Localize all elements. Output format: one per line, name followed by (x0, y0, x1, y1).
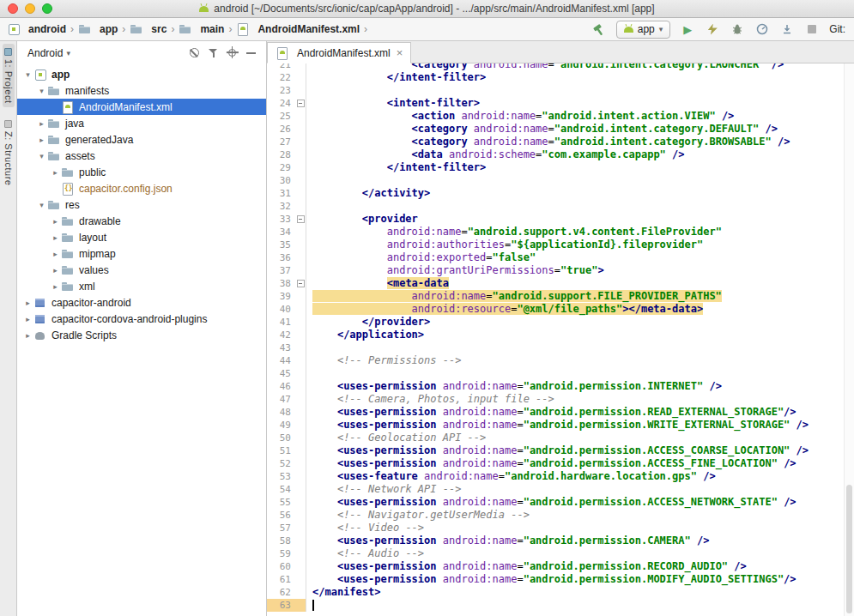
tree-item-gradle-scripts[interactable]: ▸Gradle Scripts (17, 327, 266, 343)
tree-item-manifests[interactable]: ▾manifests (17, 82, 266, 99)
line-number[interactable]: 22 (267, 71, 295, 84)
locate-file-icon[interactable] (186, 45, 203, 61)
code-line-60[interactable]: 60 <uses-permission android:name="androi… (267, 560, 844, 573)
line-number[interactable]: 36 (267, 251, 295, 264)
line-number[interactable]: 40 (267, 303, 295, 316)
chevron-right-icon[interactable]: ▸ (50, 168, 61, 177)
line-number[interactable]: 47 (267, 393, 295, 406)
tab-androidmanifest[interactable]: AndroidManifest.xml × (267, 42, 411, 63)
breadcrumb-androidmanifest[interactable]: AndroidManifest.xml (234, 21, 361, 37)
code-line-28[interactable]: 28 <data android:scheme="com.example.cap… (267, 148, 844, 161)
code-editor[interactable]: 21 <category android:name="android.inten… (267, 63, 844, 616)
tree-item-capacitor-config-json[interactable]: capacitor.config.json (17, 180, 266, 196)
chevron-right-icon[interactable]: ▸ (50, 233, 61, 242)
line-number[interactable]: 39 (267, 290, 295, 303)
line-number[interactable]: 62 (267, 586, 295, 599)
line-number[interactable]: 52 (267, 457, 295, 470)
filter-icon[interactable] (205, 45, 221, 61)
code-line-37[interactable]: 37 android:grantUriPermissions="true"> (267, 264, 844, 277)
chevron-right-icon[interactable]: ▸ (22, 331, 33, 340)
code-line-51[interactable]: 51 <uses-permission android:name="androi… (267, 444, 844, 457)
line-number[interactable]: 37 (267, 264, 295, 277)
code-line-24[interactable]: 24 <intent-filter> (267, 97, 844, 110)
code-line-30[interactable]: 30 (267, 174, 844, 187)
code-line-26[interactable]: 26 <category android:name="android.inten… (267, 123, 844, 136)
tree-item-capacitor-cordova-android-plugins[interactable]: ▸capacitor-cordova-android-plugins (17, 311, 266, 327)
code-line-34[interactable]: 34 android:name="android.support.v4.cont… (267, 226, 844, 239)
chevron-down-icon[interactable]: ▾ (36, 201, 47, 209)
chevron-right-icon[interactable]: ▸ (36, 119, 47, 128)
chevron-down-icon[interactable]: ▾ (36, 152, 47, 160)
tree-item-layout[interactable]: ▸layout (17, 229, 266, 245)
code-line-36[interactable]: 36 android:exported="false" (267, 251, 844, 264)
line-number[interactable]: 21 (267, 63, 295, 71)
line-number[interactable]: 60 (267, 560, 295, 573)
breadcrumb-main[interactable]: main (177, 21, 226, 37)
code-line-27[interactable]: 27 <category android:name="android.inten… (267, 136, 844, 148)
fold-icon[interactable] (297, 280, 305, 287)
hide-panel-icon[interactable] (243, 45, 259, 61)
chevron-right-icon[interactable]: ▸ (22, 299, 33, 307)
code-line-23[interactable]: 23 (267, 84, 844, 97)
tree-item-drawable[interactable]: ▸drawable (17, 213, 266, 229)
code-line-53[interactable]: 53 <uses-feature android:name="android.h… (267, 470, 844, 483)
code-line-39[interactable]: 39 android:name="android.support.FILE_PR… (267, 290, 844, 303)
chevron-right-icon[interactable]: ▸ (36, 136, 47, 144)
code-line-42[interactable]: 42 </application> (267, 329, 844, 341)
line-number[interactable]: 29 (267, 161, 295, 174)
project-view-selector[interactable]: Android ▾ (27, 47, 70, 59)
code-line-58[interactable]: 58 <uses-permission android:name="androi… (267, 534, 844, 547)
code-line-52[interactable]: 52 <uses-permission android:name="androi… (267, 457, 844, 470)
breadcrumb-app[interactable]: app (76, 21, 119, 37)
code-line-55[interactable]: 55 <uses-permission android:name="androi… (267, 496, 844, 509)
line-number[interactable]: 41 (267, 316, 295, 329)
stop-button[interactable] (804, 21, 820, 37)
line-number[interactable]: 32 (267, 200, 295, 213)
chevron-right-icon[interactable]: ▸ (22, 315, 33, 323)
line-number[interactable]: 43 (267, 341, 295, 354)
breadcrumb-android[interactable]: android (5, 21, 68, 37)
debug-icon[interactable] (730, 21, 745, 37)
line-number[interactable]: 24 (267, 97, 295, 110)
tree-item-res[interactable]: ▾res (17, 196, 266, 213)
tool-button-structure[interactable]: Z: Structure (3, 116, 15, 190)
line-number[interactable]: 53 (267, 470, 295, 483)
code-line-21[interactable]: 21 <category android:name="android.inten… (267, 63, 844, 71)
code-line-48[interactable]: 48 <uses-permission android:name="androi… (267, 406, 844, 419)
line-number[interactable]: 27 (267, 136, 295, 148)
line-number[interactable]: 58 (267, 534, 295, 547)
build-hammer-icon[interactable] (591, 21, 607, 37)
run-config-selector[interactable]: app ▾ (616, 21, 671, 39)
scrollbar-thumb[interactable] (846, 485, 852, 613)
line-number[interactable]: 54 (267, 483, 295, 496)
tree-item-androidmanifest-xml[interactable]: AndroidManifest.xml (17, 99, 266, 115)
line-number[interactable]: 46 (267, 380, 295, 393)
code-line-43[interactable]: 43 (267, 341, 844, 354)
line-number[interactable]: 31 (267, 187, 295, 200)
line-number[interactable]: 28 (267, 148, 295, 161)
chevron-down-icon[interactable]: ▾ (22, 70, 33, 79)
minimize-window-button[interactable] (25, 3, 35, 14)
line-number[interactable]: 49 (267, 419, 295, 432)
line-number[interactable]: 57 (267, 522, 295, 534)
settings-gear-icon[interactable] (224, 45, 240, 61)
breadcrumb-src[interactable]: src (128, 21, 168, 37)
code-line-56[interactable]: 56 <!-- Navigator.getUserMedia --> (267, 509, 844, 522)
code-line-22[interactable]: 22 </intent-filter> (267, 71, 844, 84)
tree-item-app[interactable]: ▾app (17, 66, 266, 82)
code-line-49[interactable]: 49 <uses-permission android:name="androi… (267, 419, 844, 432)
line-number[interactable]: 26 (267, 123, 295, 136)
line-number[interactable]: 42 (267, 329, 295, 341)
code-line-41[interactable]: 41 </provider> (267, 316, 844, 329)
code-line-54[interactable]: 54 <!-- Network API --> (267, 483, 844, 496)
line-number[interactable]: 48 (267, 406, 295, 419)
profiler-icon[interactable] (754, 21, 770, 37)
code-line-32[interactable]: 32 (267, 200, 844, 213)
code-line-45[interactable]: 45 (267, 367, 844, 380)
line-number[interactable]: 34 (267, 226, 295, 239)
zoom-window-button[interactable] (42, 3, 52, 14)
apply-changes-icon[interactable] (705, 21, 720, 37)
tree-item-values[interactable]: ▸values (17, 262, 266, 278)
close-window-button[interactable] (8, 3, 18, 14)
tree-item-capacitor-android[interactable]: ▸capacitor-android (17, 294, 266, 311)
